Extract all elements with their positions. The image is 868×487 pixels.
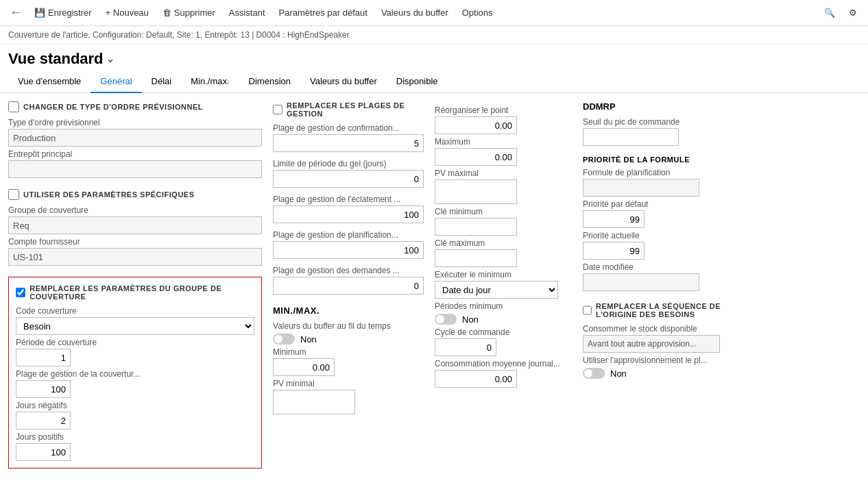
chevron-down-icon[interactable]: ⌄ bbox=[106, 53, 114, 64]
groupe-label: Groupe de couverture bbox=[8, 205, 262, 215]
delete-button[interactable]: 🗑 Supprimer bbox=[157, 5, 221, 21]
tab-dimension[interactable]: Dimension bbox=[239, 71, 300, 93]
priorite-actuelle-input[interactable] bbox=[583, 242, 644, 260]
cle-maximum-label: Clé maximum bbox=[435, 238, 572, 248]
utiliser-toggle-label: Non bbox=[610, 369, 627, 379]
new-button[interactable]: + Nouveau bbox=[100, 5, 154, 21]
section-minmax: MIN./MAX. Valeurs du buffer au fil du te… bbox=[273, 305, 424, 414]
tab-delai[interactable]: Délai bbox=[142, 71, 182, 93]
limite-gel-row: Limite de période du gel (jours) bbox=[273, 159, 424, 188]
assistant-button[interactable]: Assistant bbox=[224, 5, 271, 21]
cle-minimum-value bbox=[435, 218, 517, 236]
maximum-input[interactable] bbox=[435, 148, 517, 166]
tabs: Vue d'ensemble Général Délai Min./max. D… bbox=[0, 71, 868, 93]
buffer-values-button[interactable]: Valeurs du buffer bbox=[376, 5, 454, 21]
utiliser-params-checkbox[interactable] bbox=[8, 189, 19, 200]
seuil-input[interactable] bbox=[583, 128, 679, 146]
save-button[interactable]: 💾 Enregistrer bbox=[29, 5, 97, 21]
periodes-toggle[interactable] bbox=[435, 314, 457, 325]
consommation-label: Consommation moyenne journal... bbox=[435, 359, 572, 369]
plage-eclatement-row: Plage de gestion de l'éclatement ... bbox=[273, 195, 424, 223]
periodes-toggle-row: Non bbox=[435, 314, 572, 325]
gear-icon: ⚙ bbox=[849, 8, 857, 18]
changer-ordre-checkbox[interactable] bbox=[8, 101, 19, 112]
plage-planification-input[interactable] bbox=[273, 241, 424, 259]
tab-vue-ensemble[interactable]: Vue d'ensemble bbox=[8, 71, 91, 93]
pv-maximal-input[interactable] bbox=[435, 179, 517, 204]
tab-general[interactable]: Général bbox=[91, 71, 141, 93]
remplacer-plages-title: REMPLACER LES PLAGES DE GESTION bbox=[287, 101, 424, 118]
search-button[interactable]: 🔍 bbox=[819, 5, 841, 21]
compte-value: US-101 bbox=[8, 248, 262, 266]
buffer-toggle[interactable] bbox=[273, 334, 295, 345]
utiliser-toggle[interactable] bbox=[583, 368, 605, 379]
plage-demandes-input[interactable] bbox=[273, 277, 424, 295]
consommer-label: Consommer le stock disponible bbox=[583, 324, 734, 334]
tab-disponible[interactable]: Disponible bbox=[387, 71, 448, 93]
code-couverture-select[interactable]: Besoin bbox=[16, 317, 254, 335]
section-remplacer-seq: REMPLACER LA SÉQUENCE DE L'ORIGINE DES B… bbox=[583, 302, 734, 379]
jours-positifs-input[interactable] bbox=[16, 443, 71, 461]
remplacer-seq-checkbox[interactable] bbox=[583, 305, 592, 316]
consommer-value: Avant tout autre approvision... bbox=[583, 335, 720, 353]
remplacer-plages-checkbox[interactable] bbox=[273, 104, 282, 115]
utiliser-toggle-row: Non bbox=[583, 368, 734, 379]
plage-demandes-row: Plage de gestion des demandes ... bbox=[273, 266, 424, 295]
plage-confirmation-row: Plage de gestion de confirmation... bbox=[273, 123, 424, 152]
entrepot-value bbox=[8, 160, 262, 178]
pv-maximal-label: PV maximal bbox=[435, 168, 572, 178]
remplacer-params-checkbox[interactable] bbox=[16, 287, 25, 298]
cle-maximum-value bbox=[435, 249, 517, 267]
page-title: Vue standard ⌄ bbox=[0, 45, 868, 71]
periode-input[interactable] bbox=[16, 349, 71, 366]
pv-minimal-label: PV minimal bbox=[273, 379, 424, 388]
reorg-label: Réorganiser le point bbox=[435, 105, 572, 115]
date-modifiee-label: Date modifiée bbox=[583, 262, 734, 272]
settings-button[interactable]: ⚙ bbox=[843, 5, 863, 21]
delete-icon: 🗑 bbox=[162, 8, 171, 18]
params-default-button[interactable]: Paramètres par défaut bbox=[274, 5, 373, 21]
tab-buffer-values[interactable]: Valeurs du buffer bbox=[300, 71, 387, 93]
cycle-commande-input[interactable] bbox=[435, 338, 496, 356]
executer-minimum-select[interactable]: Date du jour bbox=[435, 281, 558, 299]
periodes-minimum-label: Périodes minimum bbox=[435, 301, 572, 311]
formule-label: Formule de planification bbox=[583, 168, 734, 177]
limite-gel-input[interactable] bbox=[273, 170, 424, 188]
priorite-title: PRIORITÉ DE LA FORMULE bbox=[583, 155, 734, 164]
groupe-value: Req bbox=[8, 216, 262, 234]
code-couverture-label: Code couverture bbox=[16, 306, 254, 316]
section-remplacer-params: REMPLACER LES PARAMÈTRES DU GROUPE DE CO… bbox=[8, 277, 262, 469]
jours-positifs-label: Jours positifs bbox=[16, 432, 254, 442]
priorite-defaut-input[interactable] bbox=[583, 210, 644, 228]
left-column: CHANGER DE TYPE D'ORDRE PRÉVISIONNEL Typ… bbox=[8, 101, 262, 476]
consommation-input[interactable] bbox=[435, 370, 517, 388]
type-ordre-value: Production bbox=[8, 129, 262, 147]
minimum-input[interactable] bbox=[273, 358, 335, 376]
plage-gestion-label: Plage de gestion de la couvertur... bbox=[16, 369, 254, 379]
plage-gestion-input[interactable] bbox=[16, 380, 71, 398]
buffer-label: Valeurs du buffer au fil du temps bbox=[273, 321, 424, 331]
remplacer-seq-title: REMPLACER LA SÉQUENCE DE L'ORIGINE DES B… bbox=[596, 302, 734, 319]
jours-negatifs-input[interactable] bbox=[16, 412, 71, 429]
remplacer-params-title: REMPLACER LES PARAMÈTRES DU GROUPE DE CO… bbox=[29, 284, 254, 301]
formule-value bbox=[583, 179, 699, 197]
options-button[interactable]: Options bbox=[457, 5, 498, 21]
tab-minmax[interactable]: Min./max. bbox=[181, 71, 239, 93]
utiliser-params-title: UTILISER DES PARAMÈTRES SPÉCIFIQUES bbox=[23, 190, 195, 199]
search-icon: 🔍 bbox=[824, 8, 835, 18]
changer-ordre-title: CHANGER DE TYPE D'ORDRE PRÉVISIONNEL bbox=[23, 103, 203, 111]
main-content: CHANGER DE TYPE D'ORDRE PRÉVISIONNEL Typ… bbox=[0, 93, 868, 484]
reorg-input[interactable] bbox=[435, 116, 517, 134]
pv-minimal-input[interactable] bbox=[273, 390, 355, 414]
plage-eclatement-input[interactable] bbox=[273, 205, 424, 223]
utiliser-label: Utiliser l'approvisionnement le pl... bbox=[583, 355, 734, 365]
section-remplacer-plages: REMPLACER LES PLAGES DE GESTION Plage de… bbox=[273, 101, 424, 295]
toolbar: ← 💾 Enregistrer + Nouveau 🗑 Supprimer As… bbox=[0, 0, 868, 26]
back-button[interactable]: ← bbox=[5, 3, 26, 23]
seuil-label: Seuil du pic de commande bbox=[583, 117, 734, 127]
plage-confirmation-input[interactable] bbox=[273, 134, 424, 152]
priorite-actuelle-label: Priorité actuelle bbox=[583, 231, 734, 240]
executer-minimum-label: Exécuter le minimum bbox=[435, 270, 572, 279]
plage-planification-row: Plage de gestion de planification... bbox=[273, 230, 424, 259]
cycle-commande-label: Cycle de commande bbox=[435, 327, 572, 337]
